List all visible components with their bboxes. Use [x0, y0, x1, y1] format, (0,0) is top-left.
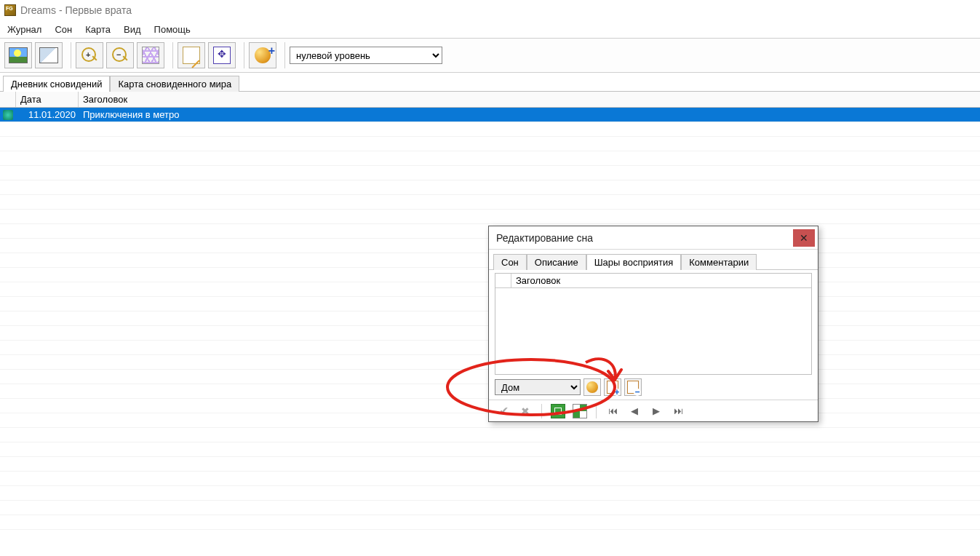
nav-prev-icon: ◀ — [631, 405, 638, 416]
menu-help[interactable]: Помощь — [154, 24, 191, 35]
nav-next-icon: ▶ — [653, 405, 660, 416]
add-page-icon — [607, 381, 618, 394]
nav-last-icon: ⏭ — [674, 405, 683, 416]
table-header: Дата Заголовок — [0, 92, 980, 108]
dialog-controls: Дом — [489, 375, 818, 400]
grid-panel-icon — [573, 404, 587, 418]
menu-view[interactable]: Вид — [124, 24, 141, 35]
footer-nav-next-button[interactable]: ▶ — [648, 403, 665, 419]
toolbar-zoom-out-button[interactable]: − — [106, 42, 134, 68]
tab-dream-diary[interactable]: Дневник сновидений — [3, 76, 110, 92]
app-icon — [4, 4, 16, 16]
titlebar: Dreams - Первые врата — [0, 0, 980, 20]
dialog-tab-perception-balls[interactable]: Шары восприятия — [586, 254, 682, 270]
app-title: Dreams - Первые врата — [20, 4, 132, 16]
main-tabs: Дневник сновидений Карта сновиденного ми… — [0, 73, 980, 92]
check-icon: ✔ — [499, 404, 509, 418]
toolbar-zoom-in-button[interactable]: + — [76, 42, 103, 68]
toolbar-separator — [281, 42, 285, 68]
dialog-grid[interactable]: Заголовок — [495, 273, 812, 375]
toolbar-hex-move-button[interactable] — [208, 42, 236, 68]
row-title: Приключения в метро — [79, 109, 980, 120]
menu-dream[interactable]: Сон — [55, 24, 72, 35]
toolbar-landscape-split-button[interactable] — [35, 42, 63, 68]
landscape-split-icon — [39, 47, 58, 63]
ball-plus-icon: + — [255, 47, 271, 63]
panel-icon — [551, 404, 565, 418]
dialog-add-page-button[interactable] — [604, 378, 621, 396]
dialog-title: Редактирование сна — [496, 232, 593, 244]
toolbar-landscape-button[interactable] — [4, 42, 32, 68]
table-header-title[interactable]: Заголовок — [79, 92, 980, 107]
dialog-tabs: Сон Описание Шары восприятия Комментарии — [489, 250, 818, 270]
hex-move-icon — [213, 47, 231, 64]
zoom-in-icon: + — [80, 46, 99, 65]
row-icon — [0, 110, 16, 120]
remove-page-icon — [627, 381, 639, 394]
toolbar-grid-button[interactable] — [137, 42, 164, 68]
dialog-grid-header-title[interactable]: Заголовок — [511, 274, 811, 287]
dialog-remove-page-button[interactable] — [624, 378, 642, 396]
hex-edit-icon — [183, 47, 200, 64]
dialog-grid-header: Заголовок — [495, 274, 811, 288]
toolbar-separator — [169, 42, 173, 68]
footer-panel1-button[interactable] — [549, 403, 567, 419]
close-icon: ✕ — [800, 232, 808, 244]
edit-dream-dialog: Редактирование сна ✕ Сон Описание Шары в… — [488, 226, 818, 422]
dialog-tab-description[interactable]: Описание — [527, 254, 586, 270]
toolbar-new-ball-button[interactable]: + — [249, 42, 276, 68]
footer-nav-first-button[interactable]: ⏮ — [604, 403, 621, 419]
menu-map[interactable]: Карта — [85, 24, 111, 35]
dialog-titlebar[interactable]: Редактирование сна ✕ — [489, 226, 818, 250]
footer-nav-last-button[interactable]: ⏭ — [669, 403, 687, 419]
table-row[interactable]: 11.01.2020 Приключения в метро — [0, 108, 980, 122]
toolbar-level-select[interactable]: нулевой уровень — [290, 47, 442, 64]
dialog-footer: ✔ ✖ ⏮ ◀ ▶ ⏭ — [489, 400, 818, 421]
toolbar-separator — [240, 42, 244, 68]
dialog-body: Заголовок — [489, 270, 818, 375]
dialog-tab-comments[interactable]: Комментарии — [681, 254, 757, 270]
toolbar: + − + нулевой уровень — [0, 38, 980, 73]
menu-journal[interactable]: Журнал — [7, 24, 41, 35]
hex-grid-icon — [142, 47, 159, 64]
zoom-out-icon: − — [111, 46, 130, 65]
ball-icon — [586, 381, 598, 393]
cross-icon: ✖ — [521, 405, 530, 417]
dialog-tab-dream[interactable]: Сон — [493, 254, 527, 270]
footer-nav-prev-button[interactable]: ◀ — [626, 403, 643, 419]
footer-separator — [596, 404, 597, 418]
landscape-icon — [9, 47, 28, 63]
nav-first-icon: ⏮ — [608, 405, 618, 416]
dialog-combo[interactable]: Дом — [495, 379, 581, 395]
footer-cancel-button[interactable]: ✖ — [517, 403, 534, 419]
toolbar-hex-edit-button[interactable] — [178, 42, 205, 68]
dialog-grid-header-icon-col — [495, 274, 511, 287]
menubar: Журнал Сон Карта Вид Помощь — [0, 20, 980, 38]
dream-icon — [3, 110, 13, 120]
table-header-date[interactable]: Дата — [16, 92, 79, 107]
dialog-ball-button[interactable] — [583, 378, 601, 396]
footer-separator — [541, 404, 542, 418]
row-date: 11.01.2020 — [16, 109, 79, 120]
toolbar-separator — [67, 42, 71, 68]
table-header-icon-col — [0, 92, 16, 107]
tab-dream-world-map[interactable]: Карта сновиденного мира — [110, 76, 239, 92]
footer-panel2-button[interactable] — [571, 403, 589, 419]
dialog-close-button[interactable]: ✕ — [793, 229, 815, 247]
footer-confirm-button[interactable]: ✔ — [495, 403, 512, 419]
